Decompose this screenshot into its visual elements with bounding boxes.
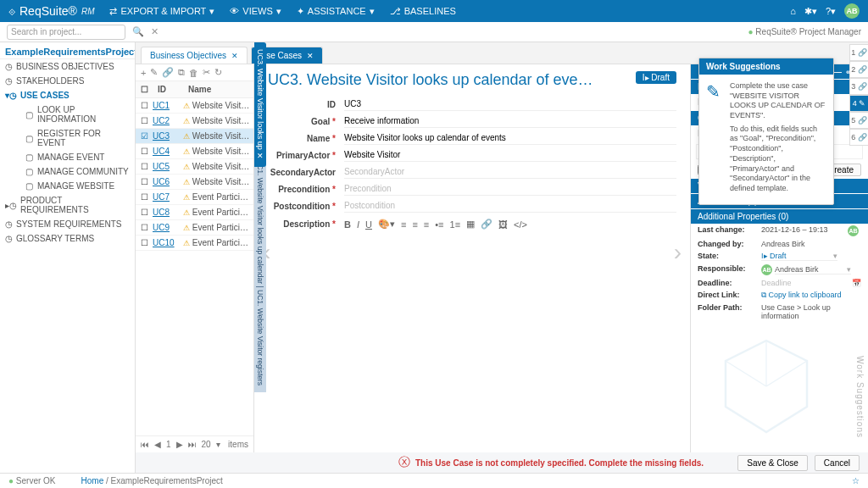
cancel-button[interactable]: Cancel — [815, 455, 860, 471]
menu-baselines[interactable]: ⎇ BASELINES — [390, 6, 456, 17]
sidetab-5[interactable]: 5 🔗 — [849, 112, 868, 129]
table-row[interactable]: ☑UC3⚠ Website Visitor look — [136, 129, 253, 144]
save-close-button[interactable]: Save & Close — [737, 455, 808, 471]
settings-icon[interactable]: ✱▾ — [804, 6, 817, 17]
popover-head: Work Suggestions — [699, 58, 833, 75]
table-row[interactable]: ☐UC7⚠ Event Participant lo — [136, 190, 253, 205]
tree-use-cases[interactable]: ▾◷ USE CASES — [0, 88, 135, 103]
field-name[interactable] — [344, 131, 676, 145]
tree-product-req[interactable]: ▸◷ PRODUCT REQUIREMENTS — [0, 193, 135, 217]
vertical-tab-current[interactable]: UC3. Website Visitor looks up ✕ — [254, 42, 266, 167]
search-icon[interactable]: 🔍 — [132, 26, 144, 37]
tree-uc-child[interactable]: ▢ MANAGE EVENT — [0, 150, 135, 164]
last-icon[interactable]: ⏭ — [188, 440, 197, 449]
role-label: ReqSuite® Project Manager — [755, 27, 861, 36]
state-badge[interactable]: I▸ Draft — [636, 71, 676, 84]
field-id — [344, 97, 676, 111]
underline-icon[interactable]: U — [365, 219, 372, 230]
server-status: Server OK — [16, 476, 56, 485]
field-secondary-actor[interactable] — [344, 165, 676, 179]
italic-icon[interactable]: I — [357, 219, 359, 230]
tree-glossary[interactable]: ◷ GLOSSARY TERMS — [0, 231, 135, 246]
list-ul-icon[interactable]: •≡ — [435, 219, 443, 230]
next-item-icon[interactable]: › — [674, 239, 682, 266]
cube-watermark — [715, 336, 817, 437]
table-row[interactable]: ☐UC1⚠ Website Visitor loo — [136, 98, 253, 114]
sidetab-6[interactable]: 6 🔗 — [849, 129, 868, 146]
side-label[interactable]: Work Suggestions — [855, 356, 865, 438]
field-goal[interactable] — [344, 114, 676, 128]
color-icon[interactable]: 🎨▾ — [378, 219, 395, 230]
copy-icon[interactable]: ⧉ — [178, 67, 185, 78]
add-icon[interactable]: + — [141, 68, 146, 78]
sec-addprops[interactable]: Additional Properties (0) — [691, 209, 868, 224]
validation-msg: This Use Case is not completely specifie… — [415, 458, 704, 468]
tree-uc-child[interactable]: ▢ REGISTER FOR EVENT — [0, 126, 135, 150]
tree-system-req[interactable]: ◷ SYSTEM REQUIREMENTS — [0, 217, 135, 231]
bold-icon[interactable]: B — [344, 219, 351, 230]
menu-assistance[interactable]: ✦ ASSISTANCE ▾ — [297, 6, 375, 17]
svg-line-3 — [766, 361, 807, 386]
pencil-icon: ✎ — [706, 81, 723, 197]
user-avatar[interactable]: AB — [844, 3, 860, 19]
col-name[interactable]: Name — [183, 81, 253, 97]
sidetab-3[interactable]: 3 🔗 — [849, 78, 868, 95]
sidetab-2[interactable]: 2 🔗 — [849, 61, 868, 78]
prev-icon[interactable]: ◀ — [154, 440, 161, 449]
code-icon[interactable]: </> — [514, 219, 527, 230]
field-postcondition[interactable] — [344, 199, 676, 213]
tree-business-objectives[interactable]: ◷ BUSINESS OBJECTIVES — [0, 59, 135, 74]
table-row[interactable]: ☐UC10⚠ Event Participant d — [136, 236, 253, 251]
tree-uc-child[interactable]: ▢ MANAGE WEBSITE — [0, 179, 135, 193]
refresh-icon[interactable]: ↻ — [214, 67, 222, 78]
project-title[interactable]: ExampleRequirementsProject — [5, 47, 136, 57]
menu-export-import[interactable]: ⇄ EXPORT & IMPORT ▾ — [109, 6, 214, 17]
list-ol-icon[interactable]: 1≡ — [450, 219, 461, 230]
table-row[interactable]: ☐UC8⚠ Event Participant lo — [136, 205, 253, 220]
link-icon[interactable]: 🔗 — [162, 67, 174, 78]
first-icon[interactable]: ⏮ — [141, 440, 149, 449]
calendar-icon[interactable]: 📅 — [852, 279, 861, 287]
tree-uc-child[interactable]: ▢ LOOK UP INFORMATION — [0, 103, 135, 126]
home-icon[interactable]: ⌂ — [790, 6, 796, 16]
table-row[interactable]: ☐UC5⚠ Website Visitor loo — [136, 159, 253, 175]
edit-icon[interactable]: ✎ — [150, 67, 158, 78]
table-icon[interactable]: ▦ — [466, 219, 475, 230]
rpp[interactable]: 20 — [202, 440, 211, 449]
image-icon[interactable]: 🖼 — [498, 219, 508, 230]
brand-logo[interactable]: ⟐ ReqSuite® RM — [8, 4, 94, 18]
minimize-icon[interactable]: — — [834, 68, 842, 76]
tab-business-objectives[interactable]: Business Objectives✕ — [141, 47, 248, 64]
align-center-icon[interactable]: ≡ — [412, 219, 417, 230]
sidetab-4[interactable]: 4 ✎ — [849, 95, 868, 112]
search-input[interactable]: Search in project... — [7, 25, 125, 40]
tree-stakeholders[interactable]: ◷ STAKEHOLDERS — [0, 74, 135, 88]
menu-views[interactable]: 👁 VIEWS ▾ — [230, 6, 281, 17]
detail-title: UC3. Website Visitor looks up calendar o… — [268, 71, 676, 89]
sidetab-1[interactable]: 1 🔗 — [849, 44, 868, 61]
col-id[interactable]: ID — [153, 81, 183, 97]
breadcrumb-home[interactable]: Home — [81, 476, 104, 485]
tree-uc-child[interactable]: ▢ MANAGE COMMUNITY — [0, 164, 135, 179]
close-icon[interactable]: ✕ — [307, 52, 314, 60]
table-row[interactable]: ☐UC4⚠ Website Visitor loo — [136, 144, 253, 159]
close-icon[interactable]: ✕ — [231, 52, 238, 60]
align-left-icon[interactable]: ≡ — [401, 219, 406, 230]
clear-icon[interactable]: ✕ — [151, 26, 159, 37]
star-icon[interactable]: ☆ — [852, 476, 860, 485]
delete-icon[interactable]: 🗑 — [189, 68, 198, 78]
copy-link[interactable]: ⧉ Copy link to clipboard — [761, 291, 861, 300]
field-primary-actor[interactable] — [344, 148, 676, 162]
table-row[interactable]: ☐UC9⚠ Event Participant co — [136, 220, 253, 236]
svg-line-2 — [726, 361, 766, 386]
help-icon[interactable]: ?▾ — [826, 6, 836, 17]
align-right-icon[interactable]: ≡ — [424, 219, 429, 230]
table-row[interactable]: ☐UC2⚠ Website Visitor loo — [136, 114, 253, 129]
error-icon: ⓧ — [398, 455, 410, 470]
cut-icon[interactable]: ✂ — [203, 67, 210, 78]
field-precondition[interactable] — [344, 182, 676, 196]
next-icon[interactable]: ▶ — [176, 440, 183, 449]
vertical-tab-other[interactable]: UC1. Website Visitor looks up calendar |… — [254, 152, 266, 392]
table-row[interactable]: ☐UC6⚠ Website Visitor req — [136, 175, 253, 190]
link-icon[interactable]: 🔗 — [481, 219, 492, 230]
